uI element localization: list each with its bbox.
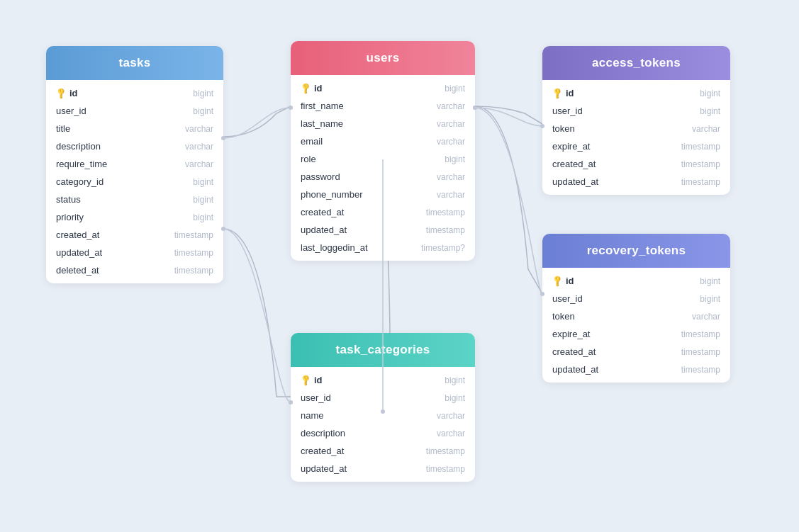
field-type: varchar xyxy=(185,124,213,134)
table-row: description varchar xyxy=(46,137,223,155)
field-name: priority xyxy=(56,212,193,222)
table-row: email varchar xyxy=(291,132,475,150)
field-name: created_at xyxy=(552,159,681,169)
erd-canvas: tasks 🔑 id bigint user_id bigint title v… xyxy=(0,0,799,532)
field-name: require_time xyxy=(56,159,185,169)
table-access-tokens-header: access_tokens xyxy=(542,46,730,80)
key-icon: 🔑 xyxy=(550,86,564,100)
field-name: updated_at xyxy=(56,247,174,258)
table-row: title varchar xyxy=(46,120,223,137)
field-name: name xyxy=(301,410,437,421)
table-row: password varchar xyxy=(291,168,475,186)
field-name: token xyxy=(552,311,692,322)
field-type: timestamp xyxy=(681,142,720,152)
field-type: timestamp xyxy=(174,248,213,258)
table-row: last_name varchar xyxy=(291,115,475,132)
table-tasks-body: 🔑 id bigint user_id bigint title varchar… xyxy=(46,80,223,283)
table-row: created_at timestamp xyxy=(542,343,730,361)
field-name: status xyxy=(56,194,193,205)
field-type: timestamp xyxy=(426,225,465,235)
field-name: last_name xyxy=(301,118,437,129)
field-type: bigint xyxy=(193,195,213,205)
table-tasks[interactable]: tasks 🔑 id bigint user_id bigint title v… xyxy=(46,46,223,283)
field-name: user_id xyxy=(301,392,445,403)
field-name: created_at xyxy=(301,207,426,217)
field-name: description xyxy=(301,428,437,438)
field-type: bigint xyxy=(700,89,720,98)
field-name: created_at xyxy=(301,446,426,456)
table-row: deleted_at timestamp xyxy=(46,261,223,279)
table-row: created_at timestamp xyxy=(542,155,730,173)
table-task-categories-header: task_categories xyxy=(291,333,475,367)
table-row: category_id bigint xyxy=(46,173,223,191)
field-name: expire_at xyxy=(552,329,681,339)
field-type: varchar xyxy=(437,137,465,147)
field-name: updated_at xyxy=(301,225,426,235)
table-row: expire_at timestamp xyxy=(542,137,730,155)
table-row: updated_at timestamp xyxy=(291,460,475,477)
table-row: 🔑 id bigint xyxy=(542,272,730,290)
table-row: name varchar xyxy=(291,407,475,424)
field-type: varchar xyxy=(437,119,465,129)
table-recovery-tokens-header: recovery_tokens xyxy=(542,234,730,268)
field-name: updated_at xyxy=(301,463,426,474)
table-row: first_name varchar xyxy=(291,97,475,115)
field-name: 🔑 id xyxy=(552,276,700,286)
table-tasks-header: tasks xyxy=(46,46,223,80)
table-access-tokens[interactable]: access_tokens 🔑 id bigint user_id bigint… xyxy=(542,46,730,195)
field-type: timestamp xyxy=(681,177,720,187)
table-row: 🔑 id bigint xyxy=(46,84,223,102)
table-row: role bigint xyxy=(291,150,475,168)
table-row: expire_at timestamp xyxy=(542,325,730,343)
field-name: updated_at xyxy=(552,364,681,375)
table-recovery-tokens[interactable]: recovery_tokens 🔑 id bigint user_id bigi… xyxy=(542,234,730,383)
field-type: varchar xyxy=(437,190,465,200)
table-row: updated_at timestamp xyxy=(46,244,223,261)
table-row: user_id bigint xyxy=(291,389,475,407)
field-name: token xyxy=(552,123,692,134)
key-icon: 🔑 xyxy=(298,373,312,387)
field-type: timestamp xyxy=(681,159,720,169)
table-row: user_id bigint xyxy=(542,102,730,120)
field-type: timestamp xyxy=(681,347,720,357)
table-task-categories[interactable]: task_categories 🔑 id bigint user_id bigi… xyxy=(291,333,475,482)
table-row: last_loggedin_at timestamp? xyxy=(291,239,475,256)
field-type: bigint xyxy=(193,177,213,187)
table-recovery-tokens-body: 🔑 id bigint user_id bigint token varchar… xyxy=(542,268,730,383)
table-row: description varchar xyxy=(291,424,475,442)
field-type: varchar xyxy=(185,142,213,152)
field-name: last_loggedin_at xyxy=(301,242,421,253)
field-type: timestamp xyxy=(426,446,465,456)
key-icon: 🔑 xyxy=(54,86,67,100)
field-type: varchar xyxy=(692,124,720,134)
field-type: varchar xyxy=(437,411,465,421)
field-name: created_at xyxy=(552,346,681,357)
field-type: bigint xyxy=(445,154,465,164)
field-name: description xyxy=(56,141,185,152)
key-icon: 🔑 xyxy=(298,81,312,95)
table-row: token varchar xyxy=(542,307,730,325)
field-type: varchar xyxy=(185,159,213,169)
field-type: timestamp xyxy=(174,230,213,240)
field-name: user_id xyxy=(56,106,193,116)
field-name: 🔑 id xyxy=(301,375,445,385)
field-name: role xyxy=(301,154,445,164)
table-row: created_at timestamp xyxy=(291,203,475,221)
table-row: token varchar xyxy=(542,120,730,137)
field-name: password xyxy=(301,171,437,182)
table-row: user_id bigint xyxy=(46,102,223,120)
table-task-categories-body: 🔑 id bigint user_id bigint name varchar … xyxy=(291,367,475,482)
field-type: varchar xyxy=(437,101,465,111)
field-name: phone_number xyxy=(301,189,437,200)
field-type: bigint xyxy=(700,294,720,304)
table-users[interactable]: users 🔑 id bigint first_name varchar las… xyxy=(291,41,475,261)
field-type: bigint xyxy=(193,106,213,116)
table-row: priority bigint xyxy=(46,208,223,226)
field-name: email xyxy=(301,136,437,147)
field-type: bigint xyxy=(445,393,465,403)
field-name: 🔑 id xyxy=(552,88,700,98)
field-name: title xyxy=(56,123,185,134)
field-name: category_id xyxy=(56,176,193,187)
field-type: bigint xyxy=(700,106,720,116)
field-type: bigint xyxy=(700,276,720,286)
